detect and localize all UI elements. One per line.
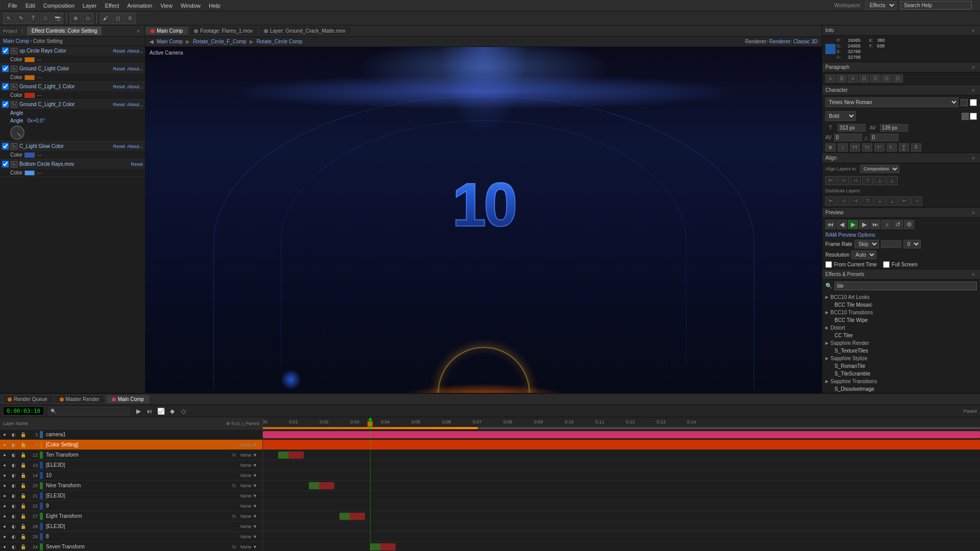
dist-left-btn[interactable]: ⊢	[825, 196, 837, 206]
preview-prev-frame[interactable]: ◀	[837, 220, 847, 229]
font-family-select[interactable]: Times New Roman	[825, 97, 959, 107]
menu-item-view[interactable]: View	[156, 2, 177, 10]
layer-row-nine-transform[interactable]: ● ◐ 🔓 20 Nine Transform fx None ▼	[0, 481, 262, 491]
menu-item-window[interactable]: Window	[177, 2, 205, 10]
layer-vis-color-setting[interactable]: ●	[1, 441, 8, 448]
layer-vis-camera1[interactable]: ●	[1, 431, 8, 438]
tool-mask[interactable]: ◇	[82, 13, 93, 24]
color-swatch-2[interactable]	[24, 75, 35, 80]
effect-checkbox-1[interactable]	[2, 47, 9, 54]
search-help-input[interactable]	[900, 1, 972, 10]
preview-last-frame[interactable]: ⏭	[870, 220, 880, 229]
effect-about-4[interactable]: About...	[127, 102, 143, 107]
effects-item-s-dissolveimage[interactable]: S_DissolveImage	[822, 385, 980, 393]
layer-vis-ele13[interactable]: ●	[1, 462, 8, 469]
effects-item-bcc-tile-mosaic[interactable]: BCC Tile Mosaic	[822, 301, 980, 309]
tool-clone[interactable]: ⎘	[125, 13, 136, 24]
layer-row-seven-transform[interactable]: ● ◐ 🔓 34 Seven Transform fx None ▼	[0, 542, 262, 551]
effects-item-s-romantile[interactable]: S_RomanTile	[822, 362, 980, 370]
effects-item-cc-tiler[interactable]: CC Tiler	[822, 332, 980, 339]
para-justify-center[interactable]: ☷	[870, 74, 880, 83]
tool-shape[interactable]: □	[40, 13, 51, 24]
para-align-right[interactable]: ≡	[848, 74, 858, 83]
layer-lock-camera1[interactable]: 🔓	[19, 431, 27, 438]
para-align-left[interactable]: ≡	[825, 74, 836, 83]
skip-select[interactable]: 0	[903, 240, 921, 248]
tab-main-comp[interactable]: Main Comp	[145, 27, 188, 35]
tl-markers-btn[interactable]: ◆	[167, 407, 177, 416]
workspace-select[interactable]: Effects	[865, 1, 896, 10]
full-screen-check[interactable]	[883, 261, 890, 268]
tl-graph-btn[interactable]: 📈	[156, 407, 165, 416]
font-color-btn[interactable]	[961, 99, 968, 106]
effects-search-input[interactable]	[835, 282, 977, 290]
left-panel-expand[interactable]: ≡	[135, 28, 142, 35]
menu-item-effect[interactable]: Effect	[101, 2, 123, 10]
tool-eraser[interactable]: ◻	[112, 13, 124, 24]
layer-row-ele3d-13[interactable]: ● ◐ 🔓 13 [ELE3D] None ▼	[0, 460, 262, 470]
tab-footage[interactable]: Footage: Flares_1.mov	[189, 27, 258, 35]
tl-ram-btn[interactable]: ⏯	[145, 407, 154, 416]
layer-row-9[interactable]: ● ◐ 🔓 22 9 None ▼	[0, 501, 262, 511]
layer-row-8[interactable]: ● ◐ 🔓 29 8 None ▼	[0, 532, 262, 542]
dist-top-btn[interactable]: ⊤	[862, 196, 873, 206]
char-italic-btn[interactable]: I	[838, 143, 848, 152]
font-style-select[interactable]: Bold Regular Italic	[825, 111, 856, 121]
effect-checkbox-6[interactable]	[2, 161, 9, 167]
char-underline-btn[interactable]: T̲	[899, 143, 909, 152]
from-current-time-check[interactable]	[825, 261, 832, 268]
tool-anchor[interactable]: ⊕	[70, 13, 81, 24]
effect-about-2[interactable]: About...	[127, 66, 143, 71]
effect-about-1[interactable]: About...	[127, 48, 143, 54]
effect-reset-3[interactable]: Reset	[113, 84, 125, 89]
preview-play-stop[interactable]: ▶	[848, 220, 858, 229]
effect-checkbox-2[interactable]	[2, 65, 9, 72]
layer-mode-ten[interactable]: None ▼	[239, 453, 262, 458]
preview-next-frame[interactable]: ▶	[859, 220, 869, 229]
tool-select[interactable]: ↖	[3, 13, 14, 24]
effects-group-sapphire-stylize[interactable]: ▶ Sapphire Stylize	[822, 355, 980, 362]
tl-tab-main-comp[interactable]: Main Comp	[106, 395, 150, 404]
layer-row-ten-transform[interactable]: ● ◐ 🔓 12 Ten Transform fx None ▼	[0, 450, 262, 460]
tl-play-btn[interactable]: ▶	[134, 407, 143, 416]
preview-loop[interactable]: ↺	[893, 220, 903, 229]
tool-camera[interactable]: 📷	[52, 13, 63, 24]
layer-row-ele3d-28[interactable]: ● ◐ 🔓 28 [ELE3D] None ▼	[0, 521, 262, 532]
dist-vcenter-btn[interactable]: ⊥	[874, 196, 886, 206]
ram-preview-options[interactable]: RAM Preview Options	[822, 231, 980, 239]
font-white-btn[interactable]	[970, 99, 977, 106]
effects-item-s-texturetiles[interactable]: S_TextureTiles	[822, 347, 980, 355]
char-super-btn[interactable]: T⁺	[874, 143, 885, 152]
dist-extra-2[interactable]: ⊣	[911, 196, 922, 206]
align-left-btn[interactable]: ⊢	[825, 176, 837, 185]
layer-row-camera1[interactable]: ● ◐ 🔓 3 camera1	[0, 430, 262, 440]
paragraph-expand[interactable]: ≡	[970, 64, 977, 71]
layer-lock-color-setting[interactable]: 🔓	[19, 441, 27, 448]
para-justify-left[interactable]: ☷	[859, 74, 869, 83]
preview-audio[interactable]: ♪	[881, 220, 892, 229]
align-hcenter-btn[interactable]: ⊣	[838, 176, 849, 185]
tl-tab-master-render[interactable]: Master Render	[54, 395, 105, 404]
dist-bottom-btn[interactable]: ⊥	[887, 196, 898, 206]
color-swatch-3[interactable]	[24, 93, 35, 98]
layer-vis-ten[interactable]: ●	[1, 452, 8, 459]
tool-text[interactable]: T	[28, 13, 39, 24]
effect-reset-2[interactable]: Reset	[113, 66, 125, 71]
menu-item-layer[interactable]: Layer	[79, 2, 101, 10]
preview-first-frame[interactable]: ⏮	[825, 220, 836, 229]
dist-extra-1[interactable]: ⊢	[899, 196, 910, 206]
menu-item-file[interactable]: File	[4, 2, 21, 10]
effects-group-sapphire-transitions[interactable]: ▶ Sapphire Transitions	[822, 378, 980, 385]
layer-lock-ten[interactable]: 🔓	[19, 452, 27, 459]
effects-item-bcc-tile-wipe[interactable]: BCC Tile Wipe	[822, 316, 980, 324]
effects-group-bcc10-transitions[interactable]: ▶ BCC10 Transitions	[822, 309, 980, 316]
resolution-select[interactable]: Auto Full Half	[851, 251, 876, 259]
tracking-input[interactable]	[834, 134, 862, 141]
view-breadcrumb-main[interactable]: Main Comp	[157, 39, 183, 44]
para-justify-all[interactable]: ☷	[893, 74, 903, 83]
effect-about-5[interactable]: About...	[127, 144, 143, 149]
layer-mode-color-setting[interactable]: None ▼	[239, 442, 262, 447]
effect-reset-6[interactable]: Reset	[131, 162, 143, 167]
effects-group-bcc10-art-looks[interactable]: ▶ BCC10 Art Looks	[822, 293, 980, 301]
frame-rate-select[interactable]: Skip	[854, 240, 879, 248]
